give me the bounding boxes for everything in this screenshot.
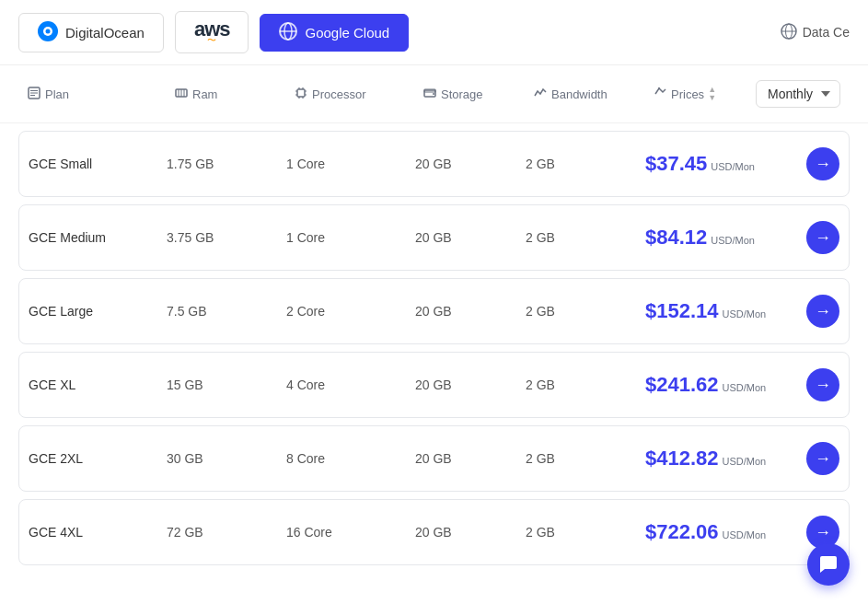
- price-amount: $722.06: [645, 520, 719, 544]
- googlecloud-tab[interactable]: Google Cloud: [260, 14, 409, 52]
- plan-bandwidth: 2 GB: [526, 451, 645, 466]
- plan-name: GCE 4XL: [29, 525, 167, 540]
- plan-col-header: Plan: [28, 87, 175, 102]
- price-unit: USD/Mon: [723, 529, 767, 540]
- storage-icon: [423, 87, 436, 102]
- plan-name: GCE Large: [29, 304, 167, 319]
- plan-bandwidth: 2 GB: [526, 525, 645, 540]
- plan-processor: 16 Core: [286, 525, 415, 540]
- plan-processor: 1 Core: [286, 157, 415, 171]
- digitalocean-tab[interactable]: DigitalOcean: [18, 13, 164, 52]
- bandwidth-col-header: Bandwidth: [534, 87, 654, 102]
- datacenter-info: Data Ce: [781, 23, 850, 42]
- plan-row[interactable]: GCE 4XL 72 GB 16 Core 20 GB 2 GB $722.06…: [18, 499, 850, 565]
- ram-col-header: Ram: [175, 87, 295, 102]
- price-amount: $84.12: [645, 226, 707, 250]
- plan-name: GCE Medium: [29, 230, 167, 245]
- plan-name: GCE XL: [29, 378, 167, 392]
- plan-ram: 72 GB: [167, 525, 286, 540]
- googlecloud-label: Google Cloud: [305, 25, 389, 41]
- plan-price: $722.06 USD/Mon: [645, 520, 797, 544]
- googlecloud-logo-icon: [279, 22, 297, 43]
- storage-col-header: Storage: [423, 87, 534, 102]
- datacenter-label: Data Ce: [803, 25, 850, 40]
- plan-price: $84.12 USD/Mon: [645, 226, 797, 250]
- plan-row[interactable]: GCE Large 7.5 GB 2 Core 20 GB 2 GB $152.…: [18, 278, 850, 344]
- plan-row[interactable]: GCE Medium 3.75 GB 1 Core 20 GB 2 GB $84…: [18, 204, 850, 271]
- plan-detail-arrow[interactable]: →: [806, 221, 839, 254]
- plans-table: GCE Small 1.75 GB 1 Core 20 GB 2 GB $37.…: [0, 131, 868, 565]
- price-unit: USD/Mon: [723, 308, 767, 319]
- plan-icon: [28, 87, 41, 102]
- svg-point-2: [46, 29, 51, 33]
- plan-storage: 20 GB: [415, 378, 526, 392]
- price-amount: $37.45: [645, 152, 707, 176]
- plan-processor: 4 Core: [286, 378, 415, 392]
- digitalocean-label: DigitalOcean: [65, 25, 145, 41]
- prices-col-header[interactable]: Prices ▲▼: [654, 86, 756, 102]
- column-headers: Plan Ram Proc: [0, 65, 868, 123]
- do-logo-icon: [38, 21, 58, 44]
- plan-row[interactable]: GCE XL 15 GB 4 Core 20 GB 2 GB $241.62 U…: [18, 352, 850, 418]
- provider-bar: DigitalOcean aws 〜 Google Cloud: [0, 0, 868, 65]
- prices-sort-button[interactable]: Prices ▲▼: [671, 86, 716, 102]
- plan-price: $152.14 USD/Mon: [645, 299, 797, 323]
- plan-ram: 7.5 GB: [167, 304, 286, 319]
- price-amount: $412.82: [645, 447, 719, 470]
- plan-processor: 2 Core: [286, 304, 415, 319]
- aws-logo-icon: aws 〜: [194, 19, 230, 45]
- period-select[interactable]: Monthly Hourly Yearly: [756, 80, 840, 108]
- plan-storage: 20 GB: [415, 157, 526, 171]
- price-unit: USD/Mon: [711, 161, 755, 172]
- plan-row[interactable]: GCE 2XL 30 GB 8 Core 20 GB 2 GB $412.82 …: [18, 425, 850, 492]
- aws-tab[interactable]: aws 〜: [175, 11, 249, 53]
- plan-bandwidth: 2 GB: [526, 304, 645, 319]
- svg-rect-17: [297, 89, 305, 97]
- plan-ram: 30 GB: [167, 451, 286, 466]
- bandwidth-icon: [534, 87, 547, 102]
- plan-storage: 20 GB: [415, 525, 526, 540]
- plan-detail-arrow[interactable]: →: [806, 442, 839, 475]
- plan-price: $241.62 USD/Mon: [645, 373, 797, 397]
- globe-icon: [781, 23, 797, 42]
- plan-price: $412.82 USD/Mon: [645, 447, 797, 470]
- price-unit: USD/Mon: [711, 235, 755, 246]
- plan-storage: 20 GB: [415, 230, 526, 245]
- price-icon: [654, 87, 666, 102]
- svg-point-28: [433, 93, 434, 95]
- plan-detail-arrow[interactable]: →: [806, 295, 839, 328]
- plan-storage: 20 GB: [415, 451, 526, 466]
- plan-processor: 8 Core: [286, 451, 415, 466]
- plan-storage: 20 GB: [415, 304, 526, 319]
- processor-icon: [295, 87, 307, 102]
- processor-col-header: Processor: [295, 87, 423, 102]
- plan-ram: 3.75 GB: [167, 230, 286, 245]
- plan-row[interactable]: GCE Small 1.75 GB 1 Core 20 GB 2 GB $37.…: [18, 131, 850, 197]
- price-amount: $241.62: [645, 373, 719, 397]
- plan-detail-arrow[interactable]: →: [806, 368, 839, 401]
- plan-ram: 15 GB: [167, 378, 286, 392]
- plan-bandwidth: 2 GB: [526, 378, 645, 392]
- plan-processor: 1 Core: [286, 230, 415, 245]
- price-unit: USD/Mon: [723, 456, 767, 467]
- plan-price: $37.45 USD/Mon: [645, 152, 797, 176]
- plan-ram: 1.75 GB: [167, 157, 286, 171]
- chat-bubble-button[interactable]: [807, 543, 850, 586]
- plan-bandwidth: 2 GB: [526, 230, 645, 245]
- plan-name: GCE 2XL: [29, 451, 167, 466]
- price-unit: USD/Mon: [723, 382, 767, 393]
- ram-icon: [175, 87, 188, 102]
- plan-bandwidth: 2 GB: [526, 157, 645, 171]
- plan-name: GCE Small: [29, 157, 167, 171]
- price-amount: $152.14: [645, 299, 719, 323]
- plan-detail-arrow[interactable]: →: [806, 147, 839, 180]
- sort-arrows-icon: ▲▼: [708, 86, 716, 102]
- svg-point-29: [658, 87, 660, 89]
